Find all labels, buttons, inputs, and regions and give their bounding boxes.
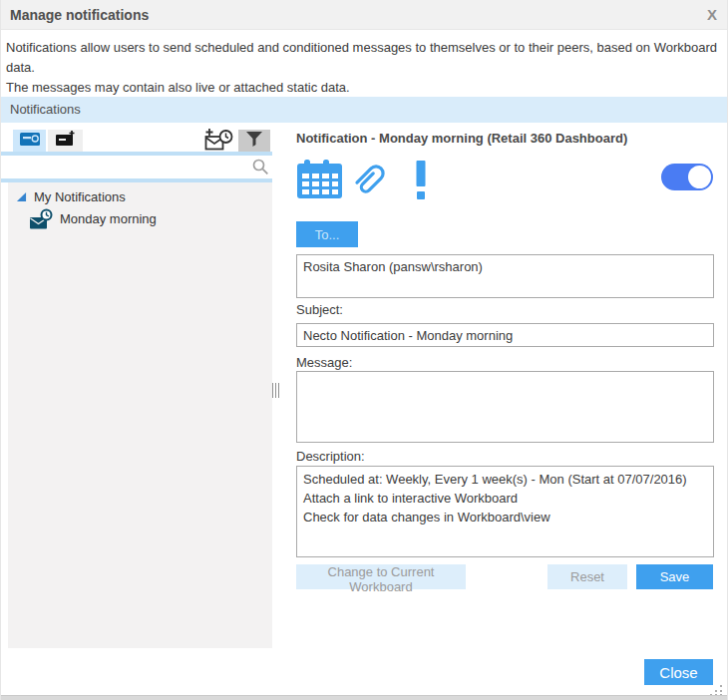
inbox-clock-icon [20, 131, 40, 151]
message-label: Message: [296, 355, 352, 370]
exclamation-icon[interactable] [415, 161, 427, 203]
subject-label: Subject: [296, 302, 343, 317]
intro-text: Notifications allow users to send schedu… [6, 38, 726, 98]
envelope-clock-icon [30, 208, 53, 229]
tab-my-notifications[interactable] [13, 130, 46, 152]
save-button[interactable]: Save [636, 564, 713, 589]
inbox-add-icon [56, 131, 76, 151]
description-label: Description: [296, 449, 365, 464]
tree-root-label[interactable]: My Notifications [34, 189, 126, 204]
message-field[interactable] [296, 371, 714, 443]
dialog-title: Manage notifications [10, 7, 149, 23]
tab-shared-notifications[interactable] [48, 130, 83, 152]
tree-item-monday-morning[interactable]: Monday morning [30, 208, 157, 229]
close-icon[interactable]: X [707, 6, 717, 23]
search-icon [252, 159, 269, 179]
filter-button[interactable] [238, 130, 270, 152]
section-header-label: Notifications [10, 102, 81, 117]
notification-detail-title: Notification - Monday morning (Retail 36… [296, 131, 715, 146]
notification-enabled-toggle[interactable] [661, 164, 713, 190]
notifications-section-header: Notifications [1, 97, 728, 123]
toggle-knob [688, 166, 711, 188]
recipients-field[interactable]: Rosita Sharon (pansw\rsharon) [296, 254, 714, 298]
expander-triangle-icon[interactable] [16, 191, 27, 202]
add-notification-button[interactable] [202, 130, 234, 152]
change-to-current-workboard-button[interactable]: Change to Current Workboard [296, 564, 466, 589]
search-input[interactable] [5, 157, 252, 176]
intro-line-1: Notifications allow users to send schedu… [6, 38, 726, 78]
close-button[interactable]: Close [644, 659, 713, 685]
calendar-icon[interactable] [297, 160, 342, 202]
search-row [1, 156, 272, 178]
subject-field[interactable] [296, 323, 714, 347]
manage-notifications-dialog: Manage notifications X Notifications all… [0, 0, 728, 700]
tree-item-label[interactable]: Monday morning [60, 211, 157, 226]
description-field[interactable]: Scheduled at: Weekly, Every 1 week(s) - … [296, 466, 714, 557]
to-button[interactable]: To... [296, 221, 358, 247]
funnel-icon [246, 132, 262, 151]
intro-line-2: The messages may contain also live or at… [6, 78, 726, 98]
paperclip-icon[interactable] [348, 160, 390, 205]
tree-node-my-notifications[interactable]: My Notifications [16, 189, 126, 204]
notifications-tree-panel: My Notifications Monday morning [8, 182, 272, 648]
reset-button[interactable]: Reset [547, 564, 627, 589]
panel-splitter-handle[interactable] [272, 383, 281, 398]
envelope-plus-clock-icon [204, 128, 233, 155]
dialog-titlebar: Manage notifications X [1, 0, 728, 30]
window-bottom-edge [1, 695, 728, 700]
